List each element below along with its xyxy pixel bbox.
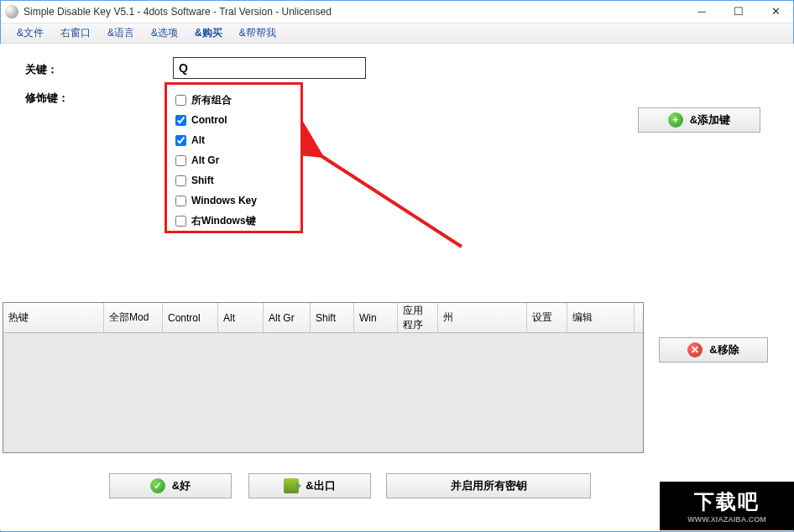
add-key-label: &添加键 <box>690 112 730 128</box>
menu-buy[interactable]: &购买 <box>186 23 231 43</box>
label-key: 关键： <box>25 62 58 77</box>
grid-header-row: 热键 全部Mod Control Alt Alt Gr Shift Win 应用… <box>3 303 643 333</box>
cb-shift-label: Shift <box>191 175 214 186</box>
enable-all-label: 并启用所有密钥 <box>451 478 527 493</box>
menu-rightpane[interactable]: 右窗口 <box>52 23 99 43</box>
exit-label: &出口 <box>306 478 335 493</box>
menu-language[interactable]: &语言 <box>99 23 143 43</box>
label-modifier: 修饰键： <box>25 91 69 106</box>
col-win[interactable]: Win <box>354 303 398 332</box>
remove-icon: ✕ <box>687 342 703 357</box>
exit-button[interactable]: &出口 <box>248 473 371 498</box>
cb-control-label: Control <box>191 114 227 126</box>
close-button[interactable]: ✕ <box>757 0 794 23</box>
cb-shift[interactable] <box>175 175 186 186</box>
cb-control[interactable] <box>175 115 186 126</box>
checkbox-alt[interactable]: Alt <box>175 130 292 150</box>
svg-line-0 <box>319 154 462 247</box>
remove-button[interactable]: ✕ &移除 <box>659 337 768 362</box>
col-hotkey[interactable]: 热键 <box>3 303 104 332</box>
watermark-url: WWW.XIAZAIBA.COM <box>687 515 766 524</box>
ok-button[interactable]: ✓ &好 <box>109 473 232 498</box>
cb-all[interactable] <box>175 95 186 106</box>
cb-alt-label: Alt <box>191 134 205 146</box>
menu-file[interactable]: &文件 <box>8 23 52 43</box>
cb-winkey-label: Windows Key <box>191 195 257 206</box>
col-shift[interactable]: Shift <box>311 303 354 332</box>
key-input[interactable] <box>173 57 366 79</box>
modifier-group: 所有组合 Control Alt Alt Gr Shift Windows Ke… <box>165 82 303 233</box>
enable-all-button[interactable]: 并启用所有密钥 <box>386 473 591 498</box>
checkbox-all-combinations[interactable]: 所有组合 <box>175 90 292 110</box>
checkbox-control[interactable]: Control <box>175 110 292 130</box>
check-icon: ✓ <box>150 478 165 493</box>
maximize-button[interactable]: ☐ <box>720 0 757 23</box>
cb-winkey[interactable] <box>175 196 186 206</box>
checkbox-right-windows[interactable]: 右Windows键 <box>175 211 292 231</box>
col-settings[interactable]: 设置 <box>527 303 567 332</box>
cb-all-label: 所有组合 <box>191 93 232 107</box>
checkbox-windows-key[interactable]: Windows Key <box>175 190 292 211</box>
menu-options[interactable]: &选项 <box>143 23 186 43</box>
exit-icon <box>284 478 299 493</box>
plus-icon: + <box>668 112 683 128</box>
cb-altgr[interactable] <box>175 155 186 166</box>
add-key-button[interactable]: + &添加键 <box>638 107 760 133</box>
col-state[interactable]: 州 <box>438 303 527 332</box>
watermark: 下载吧 WWW.XIAZAIBA.COM <box>660 482 794 530</box>
checkbox-shift[interactable]: Shift <box>175 170 292 190</box>
app-icon <box>5 5 18 18</box>
cb-rightwin[interactable] <box>175 216 186 227</box>
col-allmod[interactable]: 全部Mod <box>104 303 163 332</box>
col-app[interactable]: 应用程序 <box>398 303 438 332</box>
cb-rightwin-label: 右Windows键 <box>191 214 256 228</box>
window-title: Simple Disable Key V5.1 - 4dots Software… <box>24 6 683 18</box>
checkbox-altgr[interactable]: Alt Gr <box>175 150 292 170</box>
col-alt[interactable]: Alt <box>218 303 264 332</box>
menu-help[interactable]: &帮帮我 <box>231 23 285 43</box>
col-control[interactable]: Control <box>163 303 218 332</box>
col-altgr[interactable]: Alt Gr <box>264 303 311 332</box>
remove-label: &移除 <box>709 342 739 357</box>
watermark-text: 下载吧 <box>694 488 760 515</box>
keys-grid[interactable]: 热键 全部Mod Control Alt Alt Gr Shift Win 应用… <box>3 302 644 453</box>
annotation-arrow <box>302 87 478 263</box>
col-edit[interactable]: 编辑 <box>567 303 635 332</box>
ok-label: &好 <box>172 478 191 493</box>
cb-altgr-label: Alt Gr <box>191 154 219 166</box>
cb-alt[interactable] <box>175 135 186 146</box>
minimize-button[interactable]: ─ <box>683 0 720 23</box>
